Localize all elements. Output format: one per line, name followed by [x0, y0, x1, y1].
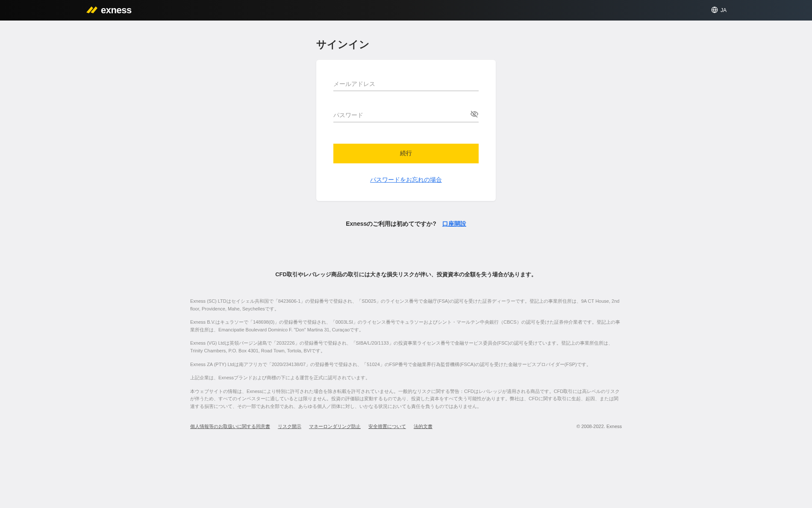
- footer-link-safety[interactable]: 安全措置について: [368, 423, 406, 430]
- password-field[interactable]: [333, 108, 479, 122]
- legal-p1: Exness (SC) LTDはセイシェル共和国で「8423606-1」の登録番…: [190, 298, 622, 313]
- signup-prompt: Exnessのご利用は初めてですか? 口座開設: [346, 220, 466, 228]
- language-label: JA: [721, 7, 727, 13]
- main-content: サインイン 続行 パスワードをお忘れの場合 Exnessのご利用は初めてですか?…: [0, 21, 812, 278]
- globe-icon: [711, 6, 718, 15]
- legal-p4: Exness ZA (PTY) Ltdは南アフリカで「2020/234138/0…: [190, 361, 622, 369]
- signup-link[interactable]: 口座開設: [442, 220, 466, 227]
- continue-button[interactable]: 続行: [333, 144, 479, 163]
- logo-text: exness: [101, 5, 132, 16]
- page-title: サインイン: [316, 38, 496, 51]
- legal-p3: Exness (VG) Ltdは英領バージン諸島で「2032226」の登録番号で…: [190, 340, 622, 354]
- email-field[interactable]: [333, 77, 479, 91]
- logo[interactable]: exness: [85, 4, 132, 17]
- footer-link-privacy[interactable]: 個人情報等のお取扱いに関する同意書: [190, 423, 270, 430]
- password-input-wrapper: [333, 108, 479, 122]
- copyright: © 2008-2022. Exness: [577, 424, 622, 429]
- footer: 個人情報等のお取扱いに関する同意書 リスク開示 マネーロンダリング防止 安全措置…: [190, 423, 622, 430]
- footer-link-aml[interactable]: マネーロンダリング防止: [309, 423, 361, 430]
- eye-off-icon[interactable]: [470, 110, 479, 118]
- signin-card: 続行 パスワードをお忘れの場合: [316, 60, 496, 201]
- footer-link-legal[interactable]: 法的文書: [414, 423, 432, 430]
- forgot-password-link[interactable]: パスワードをお忘れの場合: [370, 176, 442, 184]
- legal-text: Exness (SC) LTDはセイシェル共和国で「8423606-1」の登録番…: [190, 298, 622, 411]
- header: exness JA: [0, 0, 812, 21]
- risk-disclaimer: CFD取引やレバレッジ商品の取引には大きな損失リスクが伴い、投資資本の全額を失う…: [190, 271, 622, 278]
- legal-p5: 上記企業は、Exnessブランドおよび商標の下による運営を正式に認可されています…: [190, 374, 622, 382]
- logo-icon: [85, 4, 97, 17]
- legal-p2: Exness B.V.はキュラソーで「148698(0)」の登録番号で登録され、…: [190, 319, 622, 334]
- footer-links: 個人情報等のお取扱いに関する同意書 リスク開示 マネーロンダリング防止 安全措置…: [190, 423, 432, 430]
- email-input-wrapper: [333, 77, 479, 91]
- footer-link-risk[interactable]: リスク開示: [278, 423, 301, 430]
- signup-prompt-text: Exnessのご利用は初めてですか?: [346, 220, 436, 227]
- legal-p6: 本ウェブサイトの情報は、Exnessにより特別に許可された場合を除き転載を許可さ…: [190, 388, 622, 411]
- language-selector[interactable]: JA: [711, 6, 727, 15]
